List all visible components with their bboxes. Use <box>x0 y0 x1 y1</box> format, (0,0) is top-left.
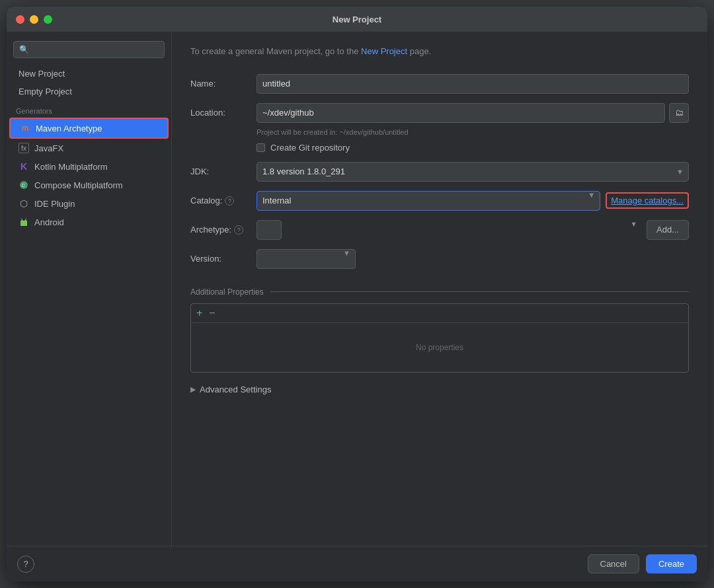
svg-point-4 <box>24 220 26 222</box>
svg-line-5 <box>21 219 22 220</box>
search-input[interactable] <box>33 45 159 54</box>
no-properties-text: No properties <box>191 323 688 372</box>
properties-toolbar: + − <box>191 304 688 323</box>
dialog-title: New Project <box>333 15 381 24</box>
archetype-help-icon[interactable]: ? <box>234 225 243 235</box>
svg-text:C: C <box>22 182 26 188</box>
compose-label: Compose Multiplatform <box>34 180 123 190</box>
jdk-select-wrapper: 1.8 version 1.8.0_291 ▼ <box>257 162 689 182</box>
location-label: Location: <box>190 108 257 118</box>
svg-point-3 <box>21 220 23 222</box>
folder-browse-button[interactable]: 🗂 <box>669 103 689 123</box>
sidebar: 🔍 New Project Empty Project Generators m… <box>7 32 172 546</box>
info-text: To create a general Maven project, go to… <box>190 45 689 58</box>
properties-box: + − No properties <box>190 303 689 373</box>
javafx-label: JavaFX <box>34 143 63 153</box>
compose-icon: C <box>19 180 29 190</box>
maven-archetype-icon: m <box>20 123 30 133</box>
ide-plugin-label: IDE Plugin <box>34 199 75 209</box>
help-button[interactable]: ? <box>17 556 34 573</box>
android-label: Android <box>34 217 64 227</box>
sidebar-item-compose-multiplatform[interactable]: C Compose Multiplatform <box>9 176 169 194</box>
sidebar-item-kotlin-multiplatform[interactable]: K Kotlin Multiplatform <box>9 157 169 176</box>
svg-line-6 <box>26 219 27 220</box>
bottom-right-buttons: Cancel Create <box>588 554 697 573</box>
ide-plugin-icon: ⬡ <box>19 198 29 209</box>
sidebar-item-maven-archetype[interactable]: m Maven Archetype <box>9 118 169 139</box>
path-hint: Project will be created in: ~/xdev/githu… <box>257 128 689 136</box>
info-text-before: To create a general Maven project, go to… <box>190 46 358 56</box>
archetype-label: Archetype: <box>190 225 231 235</box>
catalog-label-group: Catalog: ? <box>190 196 257 205</box>
name-label: Name: <box>190 79 257 89</box>
remove-property-button[interactable]: − <box>209 308 215 318</box>
jdk-field: 1.8 version 1.8.0_291 ▼ <box>257 162 689 182</box>
sidebar-item-empty-project[interactable]: Empty Project <box>9 83 169 100</box>
add-archetype-button[interactable]: Add... <box>647 220 689 240</box>
catalog-help-icon[interactable]: ? <box>225 196 234 205</box>
android-icon <box>19 217 29 227</box>
sidebar-item-javafx[interactable]: fx JavaFX <box>9 139 169 157</box>
javafx-icon: fx <box>19 143 29 153</box>
version-row: Version: ▼ <box>190 249 689 269</box>
location-input[interactable] <box>257 103 665 123</box>
catalog-field: Internal ▼ Manage catalogs... <box>257 191 689 211</box>
archetype-select-wrap: ▼ <box>257 220 643 240</box>
archetype-field: ▼ Add... <box>257 220 689 240</box>
window-controls <box>16 15 52 24</box>
catalog-select[interactable]: Internal <box>257 191 600 211</box>
sidebar-item-android[interactable]: Android <box>9 213 169 231</box>
location-field: 🗂 <box>257 103 689 123</box>
bottom-bar: ? Cancel Create <box>7 546 707 581</box>
dialog-body: 🔍 New Project Empty Project Generators m… <box>7 32 707 546</box>
version-select-wrap: ▼ <box>257 249 356 269</box>
add-property-button[interactable]: + <box>196 308 202 318</box>
archetype-row: Archetype: ? ▼ Add... <box>190 220 689 240</box>
close-button[interactable] <box>16 15 24 24</box>
search-icon: 🔍 <box>19 45 29 54</box>
create-button[interactable]: Create <box>646 554 697 573</box>
jdk-label: JDK: <box>190 166 257 176</box>
catalog-select-wrap: Internal ▼ <box>257 191 600 211</box>
catalog-label: Catalog: <box>190 196 222 205</box>
minimize-button[interactable] <box>30 15 38 24</box>
archetype-label-group: Archetype: ? <box>190 225 257 235</box>
sidebar-item-ide-plugin[interactable]: ⬡ IDE Plugin <box>9 194 169 213</box>
name-field <box>257 74 689 94</box>
section-divider-line <box>270 291 689 292</box>
maximize-button[interactable] <box>44 15 52 24</box>
cancel-button[interactable]: Cancel <box>588 554 639 573</box>
archetype-select[interactable] <box>257 220 282 240</box>
jdk-select[interactable]: 1.8 version 1.8.0_291 <box>257 162 689 182</box>
name-input[interactable] <box>257 74 689 94</box>
additional-properties-label: Additional Properties <box>190 287 264 297</box>
jdk-row: JDK: 1.8 version 1.8.0_291 ▼ <box>190 162 689 182</box>
new-project-label: New Project <box>19 69 65 79</box>
advanced-settings-label: Advanced Settings <box>200 385 271 394</box>
main-content: To create a general Maven project, go to… <box>172 32 707 546</box>
additional-properties-section: Additional Properties <box>190 287 689 297</box>
version-label: Version: <box>190 254 257 264</box>
new-project-dialog: New Project 🔍 New Project Empty Project … <box>7 7 707 581</box>
svg-rect-2 <box>20 221 27 226</box>
catalog-row: Catalog: ? Internal ▼ Manage catalogs... <box>190 191 689 211</box>
kotlin-label: Kotlin Multiplatform <box>34 162 108 172</box>
sidebar-item-new-project[interactable]: New Project <box>9 65 169 83</box>
advanced-settings[interactable]: ▶ Advanced Settings <box>190 385 689 394</box>
maven-archetype-label: Maven Archetype <box>36 124 102 133</box>
search-box[interactable]: 🔍 <box>13 41 165 58</box>
manage-catalogs-button[interactable]: Manage catalogs... <box>606 192 689 209</box>
archetype-dropdown-arrow: ▼ <box>630 220 637 228</box>
advanced-settings-arrow: ▶ <box>190 385 196 394</box>
kotlin-icon: K <box>19 161 29 172</box>
git-checkbox[interactable] <box>257 143 265 152</box>
info-text-after: page. <box>410 46 432 56</box>
title-bar: New Project <box>7 7 707 32</box>
empty-project-label: Empty Project <box>19 87 72 96</box>
new-project-link[interactable]: New Project <box>361 46 407 56</box>
git-checkbox-row: Create Git repository <box>257 143 689 153</box>
location-row: Location: 🗂 <box>190 103 689 123</box>
name-row: Name: <box>190 74 689 94</box>
version-select[interactable] <box>257 249 356 269</box>
git-checkbox-label: Create Git repository <box>270 143 350 153</box>
